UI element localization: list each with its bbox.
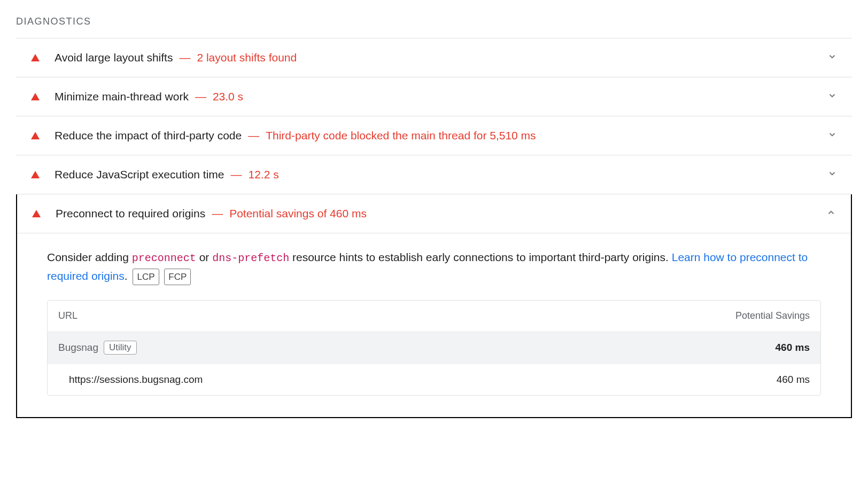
audit-item: Reduce the impact of third-party code — … [16,116,852,155]
warning-triangle-icon [32,210,41,217]
audit-separator: — [248,129,259,142]
audit-header-toggle[interactable]: Reduce the impact of third-party code — … [16,116,852,155]
audit-detail: Third-party code blocked the main thread… [266,129,536,142]
audit-separator: — [231,168,242,181]
code-token: preconnect [132,252,196,264]
audit-separator: — [195,90,206,103]
chevron-down-icon [827,52,837,64]
audit-title: Reduce the impact of third-party code [55,129,242,142]
table-header: URL Potential Savings [48,301,820,331]
audit-item-expanded: Preconnect to required origins — Potenti… [16,194,852,418]
chevron-down-icon [827,130,837,142]
warning-triangle-icon [31,93,40,100]
diagnostics-heading: DIAGNOSTICS [16,16,852,27]
audit-item: Avoid large layout shifts — 2 layout shi… [16,38,852,77]
audit-title: Preconnect to required origins [56,207,205,220]
audit-title: Minimize main-thread work [55,90,189,103]
column-header-url: URL [58,310,78,321]
table-group-row[interactable]: Bugsnag Utility 460 ms [48,331,820,364]
chevron-down-icon [827,169,837,180]
audit-separator: — [179,51,190,64]
description-text: resource hints to establish early connec… [289,251,672,263]
audit-item: Minimize main-thread work — 23.0 s [16,77,852,116]
warning-triangle-icon [31,54,40,61]
group-name: Bugsnag Utility [58,341,137,355]
metric-badge-fcp: FCP [164,269,191,285]
description-period: . [125,270,128,282]
audit-description: Consider adding preconnect or dns-prefet… [47,248,821,285]
audit-body: Consider adding preconnect or dns-prefet… [17,233,851,417]
audit-item: Reduce JavaScript execution time — 12.2 … [16,155,852,194]
row-url: https://sessions.bugsnag.com [69,374,203,386]
group-value: 460 ms [776,342,810,354]
audit-header-toggle[interactable]: Preconnect to required origins — Potenti… [17,194,851,233]
description-text: or [196,251,212,263]
warning-triangle-icon [31,171,40,178]
audit-detail: 12.2 s [249,168,279,181]
warning-triangle-icon [31,132,40,139]
audit-detail: 23.0 s [213,90,243,103]
audit-header-toggle[interactable]: Avoid large layout shifts — 2 layout shi… [16,38,852,77]
metric-badge-lcp: LCP [133,269,159,285]
table-row: https://sessions.bugsnag.com 460 ms [48,364,820,395]
chevron-up-icon [826,208,836,219]
code-token: dns-prefetch [212,252,289,264]
savings-table: URL Potential Savings Bugsnag Utility 46… [47,300,821,396]
chevron-down-icon [827,91,837,103]
column-header-savings: Potential Savings [735,310,810,321]
audit-header-toggle[interactable]: Reduce JavaScript execution time — 12.2 … [16,155,852,194]
audit-header-toggle[interactable]: Minimize main-thread work — 23.0 s [16,77,852,116]
utility-badge: Utility [104,341,137,355]
row-savings: 460 ms [777,374,810,386]
group-label: Bugsnag [58,342,98,354]
audit-title: Avoid large layout shifts [55,51,173,64]
audit-separator: — [212,207,223,220]
audit-title: Reduce JavaScript execution time [55,168,224,181]
audit-list: Avoid large layout shifts — 2 layout shi… [16,38,852,418]
audit-detail: 2 layout shifts found [197,51,297,64]
audit-detail: Potential savings of 460 ms [229,207,367,220]
description-text: Consider adding [47,251,132,263]
